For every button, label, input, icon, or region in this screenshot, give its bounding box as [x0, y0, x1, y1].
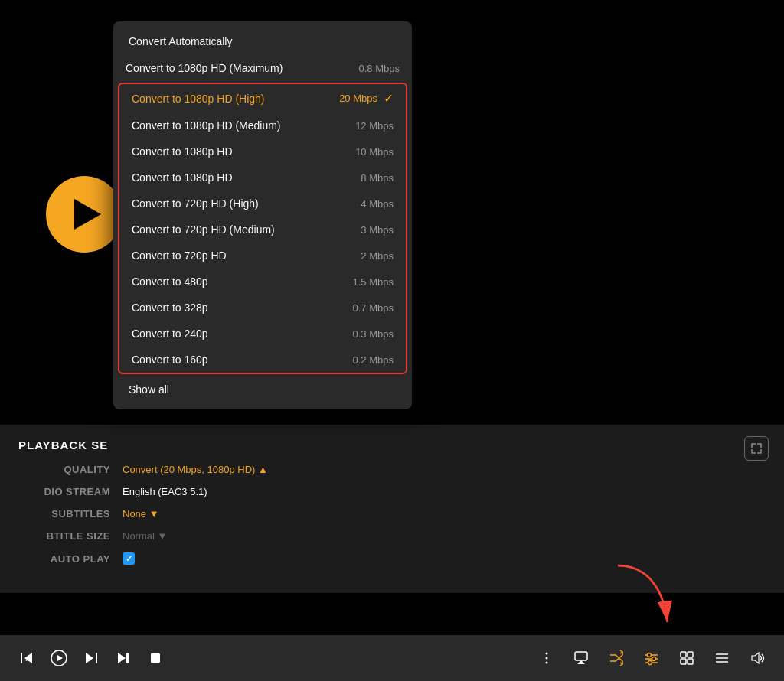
svg-point-20 — [648, 661, 652, 665]
dropdown-item-240[interactable]: Convert to 240p 0.3 Mbps — [119, 321, 406, 347]
quality-row: QUALITY Convert (20 Mbps, 1080p HD) ▲ — [18, 464, 766, 475]
item-speed: 1.5 Mbps — [353, 276, 394, 288]
stop-icon — [147, 650, 164, 666]
subtitles-value[interactable]: None ▼ — [122, 508, 159, 520]
audio-stream-label: DIO STREAM — [18, 486, 110, 497]
checkmark-icon: ✓ — [384, 91, 394, 106]
item-label: Convert to 1080p HD — [132, 171, 354, 184]
skip-forward-icon: 30 — [83, 650, 100, 666]
dropdown-item-1080-8[interactable]: Convert to 1080p HD 8 Mbps — [119, 165, 406, 191]
grid-icon — [678, 650, 695, 666]
controls-right — [533, 644, 772, 673]
item-label: Convert to 1080p HD (Medium) — [132, 119, 349, 132]
svg-text:30: 30 — [86, 657, 91, 662]
subtitle-size-label: BTITLE SIZE — [18, 530, 110, 542]
svg-rect-22 — [688, 652, 693, 657]
item-speed: 10 Mbps — [355, 146, 394, 158]
audio-stream-row: DIO STREAM English (EAC3 5.1) — [18, 486, 766, 497]
subtitle-size-value[interactable]: Normal ▼ — [122, 530, 167, 542]
shuffle-icon — [608, 650, 625, 666]
dropdown-item-328[interactable]: Convert to 328p 0.7 Mbps — [119, 295, 406, 321]
item-label: Convert to 1080p HD (Maximum) — [126, 62, 353, 74]
svg-point-10 — [546, 653, 548, 655]
play-button-large[interactable] — [46, 176, 122, 253]
svg-point-12 — [546, 662, 548, 664]
dropdown-item-720-medium[interactable]: Convert to 720p HD (Medium) 3 Mbps — [119, 217, 406, 243]
settings-icon-area — [744, 436, 769, 461]
grid-button[interactable] — [672, 644, 701, 673]
item-speed: 2 Mbps — [361, 250, 394, 262]
list-view-button[interactable] — [707, 644, 737, 673]
item-label: Convert to 720p HD (Medium) — [132, 223, 354, 236]
show-all-item[interactable]: Show all — [113, 376, 412, 403]
audio-stream-value: English (EAC3 5.1) — [122, 486, 207, 497]
skip-back-button[interactable]: 10 — [12, 644, 41, 673]
svg-text:10: 10 — [25, 657, 31, 662]
more-button[interactable] — [533, 644, 560, 672]
svg-marker-28 — [752, 653, 759, 663]
skip-forward-button[interactable]: 30 — [77, 644, 106, 673]
svg-marker-4 — [57, 655, 63, 661]
quality-value[interactable]: Convert (20 Mbps, 1080p HD) ▲ — [122, 464, 268, 475]
item-label: Convert to 160p — [132, 354, 347, 366]
convert-automatically-item[interactable]: Convert Automatically — [113, 28, 412, 55]
svg-rect-23 — [681, 659, 686, 664]
item-label: Convert to 240p — [132, 327, 347, 340]
playback-settings-panel: PLAYBACK SE QUALITY Convert (20 Mbps, 10… — [0, 425, 784, 593]
subtitle-size-row: BTITLE SIZE Normal ▼ — [18, 530, 766, 542]
svg-point-19 — [652, 657, 656, 661]
svg-rect-5 — [96, 653, 97, 663]
item-speed: 4 Mbps — [361, 198, 394, 210]
audio-settings-button[interactable] — [637, 644, 666, 673]
item-label: Convert to 328p — [132, 301, 347, 314]
item-label: Convert to 720p HD (High) — [132, 197, 354, 210]
auto-play-checkbox[interactable] — [122, 552, 135, 565]
controls-bar: 10 30 — [0, 635, 784, 681]
subtitles-row: SUBTITLES None ▼ — [18, 508, 766, 520]
dropdown-item-720[interactable]: Convert to 720p HD 2 Mbps — [119, 243, 406, 269]
stop-button[interactable] — [141, 644, 170, 673]
next-icon — [115, 650, 132, 666]
quality-label: QUALITY — [18, 464, 110, 475]
dropdown-item-1080-medium[interactable]: Convert to 1080p HD (Medium) 12 Mbps — [119, 112, 406, 138]
item-label: Convert to 1080p HD — [132, 145, 349, 158]
play-icon — [51, 650, 67, 666]
dropdown-item-480[interactable]: Convert to 480p 1.5 Mbps — [119, 269, 406, 295]
dropdown-item-max[interactable]: Convert to 1080p HD (Maximum) 0.8 Mbps — [113, 55, 412, 81]
svg-marker-7 — [118, 653, 126, 663]
svg-rect-24 — [688, 659, 693, 664]
svg-point-18 — [648, 653, 652, 657]
item-speed: 12 Mbps — [355, 120, 394, 132]
settings-title: PLAYBACK SE — [18, 438, 766, 451]
shuffle-button[interactable] — [602, 644, 631, 673]
airplay-button[interactable] — [567, 644, 596, 673]
dropdown-item-720-high[interactable]: Convert to 720p HD (High) 4 Mbps — [119, 191, 406, 217]
dropdown-item-1080-high[interactable]: Convert to 1080p HD (High) 20 Mbps ✓ — [119, 84, 406, 112]
controls-left: 10 30 — [12, 644, 533, 673]
expand-icon[interactable] — [744, 436, 769, 461]
item-speed: 0.2 Mbps — [353, 354, 394, 366]
play-pause-button[interactable] — [44, 644, 74, 673]
auto-play-label: AUTO PLAY — [18, 553, 110, 565]
volume-button[interactable] — [743, 644, 772, 673]
svg-rect-9 — [151, 653, 160, 663]
subtitles-label: SUBTITLES — [18, 508, 110, 520]
item-label: Convert to 720p HD — [132, 249, 354, 262]
more-icon — [539, 650, 554, 666]
quality-dropdown: Convert Automatically Convert to 1080p H… — [113, 21, 412, 409]
svg-rect-8 — [126, 653, 129, 663]
svg-rect-1 — [21, 653, 22, 663]
item-speed: 3 Mbps — [361, 224, 394, 236]
item-label: Convert to 480p — [132, 275, 347, 288]
next-button[interactable] — [109, 644, 138, 673]
audio-settings-icon — [643, 650, 660, 666]
item-label: Convert to 1080p HD (High) — [132, 93, 333, 105]
list-icon — [714, 650, 730, 666]
dropdown-item-1080-10[interactable]: Convert to 1080p HD 10 Mbps — [119, 138, 406, 165]
expand-svg — [751, 443, 762, 454]
item-speed: 20 Mbps — [339, 93, 377, 104]
item-speed: 0.8 Mbps — [359, 63, 400, 74]
item-speed: 0.3 Mbps — [353, 328, 394, 340]
item-speed: 8 Mbps — [361, 172, 394, 184]
dropdown-item-160[interactable]: Convert to 160p 0.2 Mbps — [119, 347, 406, 373]
